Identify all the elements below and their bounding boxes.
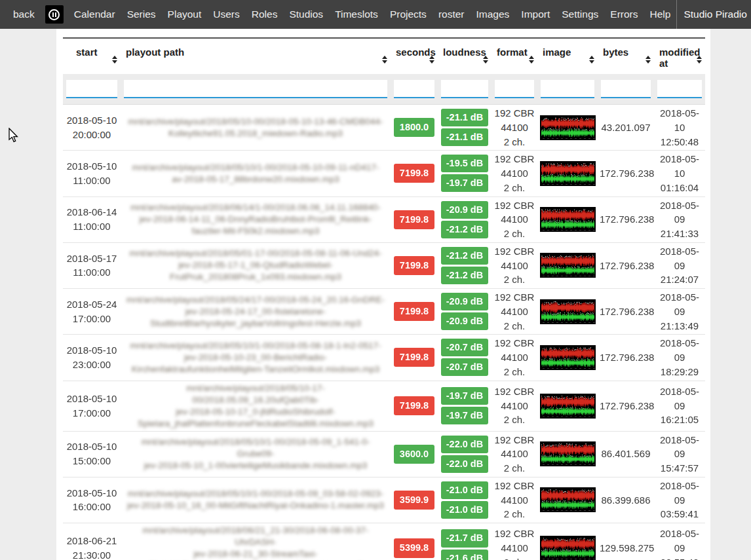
mouse-cursor bbox=[9, 128, 19, 143]
nav-item-help[interactable]: Help bbox=[644, 9, 677, 20]
table-row: 2018-05-10 11:00:00 mnt/archive/playout/… bbox=[63, 151, 705, 196]
bytes-cell: 172.796.238 bbox=[598, 335, 654, 381]
nav-item-roster[interactable]: roster bbox=[433, 9, 471, 20]
nav-item-back[interactable]: back bbox=[0, 9, 41, 20]
start-cell: 2018-05-10 17:00:00 bbox=[63, 381, 121, 431]
loudness-cell: -20.7 dB -20.7 dB bbox=[438, 335, 491, 381]
waveform-thumbnail[interactable] bbox=[540, 441, 596, 466]
seconds-badge: 7199.8 bbox=[394, 164, 434, 183]
waveform-thumbnail[interactable] bbox=[540, 536, 596, 560]
loudness-badge: -20.9 dB bbox=[441, 312, 488, 330]
nav-item-users[interactable]: Users bbox=[207, 9, 245, 20]
start-cell: 2018-05-10 15:00:00 bbox=[63, 431, 121, 477]
start-cell: 2018-05-10 20:00:00 bbox=[63, 105, 121, 151]
nav-item-calendar[interactable]: Calendar bbox=[68, 9, 121, 20]
nav-item-studios[interactable]: Studios bbox=[283, 9, 329, 20]
filter-playout-path-input[interactable] bbox=[124, 80, 387, 98]
waveform-thumbnail[interactable] bbox=[540, 299, 596, 324]
sort-icon bbox=[645, 56, 651, 64]
waveform-thumbnail[interactable] bbox=[540, 115, 596, 140]
bytes-cell: 43.201.097 bbox=[598, 105, 654, 151]
start-cell: 2018-05-10 11:00:00 bbox=[63, 151, 121, 196]
image-cell bbox=[537, 196, 598, 242]
waveform-thumbnail[interactable] bbox=[540, 394, 596, 419]
image-cell bbox=[537, 151, 598, 196]
table-row: 2018-05-10 17:00:00 mnt/archive/playout/… bbox=[63, 381, 705, 431]
nav-item-images[interactable]: Images bbox=[471, 9, 516, 20]
waveform-thumbnail[interactable] bbox=[540, 161, 596, 186]
start-cell: 2018-05-10 16:00:00 bbox=[63, 477, 121, 523]
filter-bytes-input[interactable] bbox=[601, 80, 651, 98]
format-cell: 192 CBR 44100 2 ch. bbox=[491, 105, 537, 151]
column-header-bytes[interactable]: bytes bbox=[598, 38, 654, 74]
pause-circle-icon[interactable] bbox=[45, 5, 64, 24]
sort-icon bbox=[697, 56, 702, 64]
filter-image-input[interactable] bbox=[541, 80, 594, 98]
modified-at-cell: 2018-05-09 15:47:57 bbox=[654, 431, 705, 477]
column-header-format[interactable]: format bbox=[491, 38, 537, 74]
modified-at-cell: 2018-05-10 01:16:04 bbox=[654, 151, 705, 196]
column-header-start[interactable]: start bbox=[63, 38, 121, 74]
filter-seconds-input[interactable] bbox=[394, 80, 434, 98]
loudness-badge: -22.0 dB bbox=[441, 455, 488, 473]
nav-item-roles[interactable]: Roles bbox=[246, 9, 284, 20]
content-card: start playout path seconds loudness form… bbox=[56, 29, 710, 560]
loudness-badge: -19.7 dB bbox=[441, 407, 488, 424]
column-header-modified-at[interactable]: modified at bbox=[654, 38, 705, 74]
nav-item-timeslots[interactable]: Timeslots bbox=[329, 9, 384, 20]
bytes-cell: 172.796.238 bbox=[598, 151, 654, 196]
filter-start-input[interactable] bbox=[66, 80, 117, 98]
loudness-badge: -21.2 dB bbox=[441, 221, 488, 238]
nav-item-import[interactable]: Import bbox=[515, 9, 556, 20]
image-cell bbox=[537, 523, 598, 560]
seconds-badge: 1800.0 bbox=[394, 118, 434, 137]
seconds-badge: 5399.8 bbox=[394, 538, 434, 557]
loudness-cell: -19.5 dB -19.7 dB bbox=[438, 151, 491, 196]
seconds-cell: 7199.8 bbox=[391, 151, 438, 196]
bytes-cell: 172.796.238 bbox=[598, 196, 654, 242]
format-cell: 192 CBR 44100 2 ch. bbox=[491, 242, 537, 288]
loudness-badge: -21.2 dB bbox=[441, 267, 488, 284]
studio-select[interactable]: Studio Piradio bbox=[677, 9, 751, 20]
loudness-cell: -21.7 dB -21.6 dB bbox=[438, 523, 491, 560]
loudness-badge: -20.9 dB bbox=[441, 293, 488, 310]
playout-path-cell: mnt/archive/playout/2018/05/10-00/2018-0… bbox=[121, 105, 391, 151]
nav-item-series[interactable]: Series bbox=[121, 9, 162, 20]
column-header-seconds[interactable]: seconds bbox=[391, 38, 438, 74]
filter-modified-at-input[interactable] bbox=[657, 80, 702, 98]
filter-format-input[interactable] bbox=[495, 80, 534, 98]
bytes-cell: 86.401.569 bbox=[598, 431, 654, 477]
seconds-cell: 3600.0 bbox=[391, 431, 438, 477]
waveform-thumbnail[interactable] bbox=[540, 253, 596, 278]
modified-at-cell: 2018-05-09 03:59:41 bbox=[654, 477, 705, 523]
nav-item-errors[interactable]: Errors bbox=[604, 9, 644, 20]
loudness-badge: -21.0 dB bbox=[441, 501, 488, 519]
filter-loudness-input[interactable] bbox=[441, 80, 488, 98]
column-header-image[interactable]: image bbox=[537, 38, 598, 74]
playout-path-cell: mnt/archive/playout/2018/05/10/1-00/2018… bbox=[121, 335, 391, 381]
start-cell: 2018-06-21 21:30:00 bbox=[63, 523, 121, 560]
column-header-playout-path[interactable]: playout path bbox=[121, 38, 391, 74]
seconds-cell: 7199.8 bbox=[391, 242, 438, 288]
seconds-cell: 7199.8 bbox=[391, 335, 438, 381]
waveform-thumbnail[interactable] bbox=[540, 345, 596, 370]
start-cell: 2018-05-24 17:00:00 bbox=[63, 289, 121, 335]
image-cell bbox=[537, 242, 598, 288]
nav-item-playout[interactable]: Playout bbox=[162, 9, 208, 20]
modified-at-cell: 2018-05-10 12:50:48 bbox=[654, 105, 705, 151]
table-row: 2018-05-10 16:00:00 mnt/archive/playout/… bbox=[63, 477, 705, 523]
loudness-cell: -19.7 dB -19.7 dB bbox=[438, 381, 491, 431]
nav-item-projects[interactable]: Projects bbox=[384, 9, 433, 20]
nav-item-settings[interactable]: Settings bbox=[556, 9, 604, 20]
modified-at-cell: 2018-05-09 21:13:49 bbox=[654, 289, 705, 335]
format-cell: 192 CBR 44100 2 ch. bbox=[491, 151, 537, 196]
column-header-loudness[interactable]: loudness bbox=[438, 38, 491, 74]
loudness-badge: -22.0 dB bbox=[441, 436, 488, 453]
playout-path-cell: mnt/archive/playout/2018/05/10/1-00/2018… bbox=[121, 151, 391, 196]
waveform-thumbnail[interactable] bbox=[540, 207, 596, 232]
waveform-thumbnail[interactable] bbox=[540, 487, 596, 512]
loudness-cell: -20.9 dB -21.2 dB bbox=[438, 196, 491, 242]
playout-path-cell: mnt/archive/playout/2018/05/24/17-00/201… bbox=[121, 289, 391, 335]
modified-at-cell: 2018-05-09 21:41:33 bbox=[654, 196, 705, 242]
table-row: 2018-06-14 11:00:00 mnt/archive/playout/… bbox=[63, 196, 705, 242]
